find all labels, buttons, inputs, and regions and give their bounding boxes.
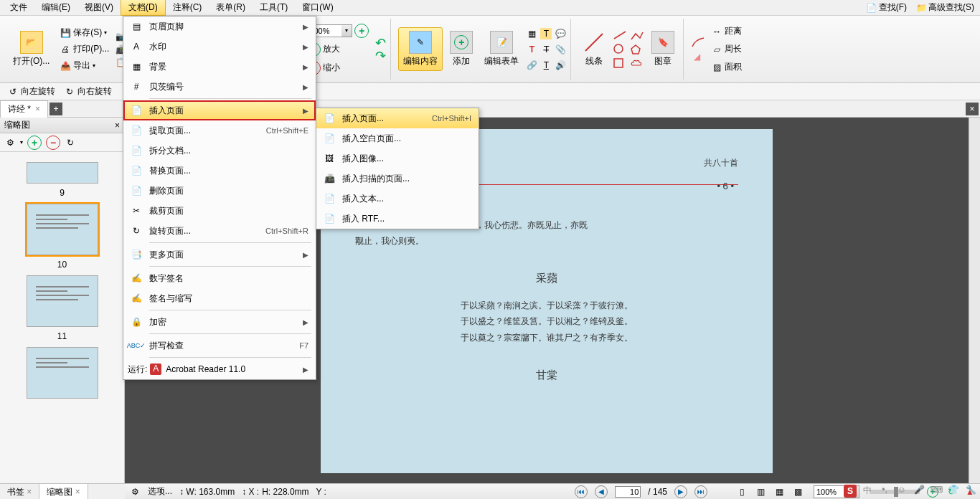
thumbnails-tab[interactable]: 缩略图 × [39, 484, 88, 499]
redo-icon[interactable]: ↷ [374, 50, 386, 62]
arrow-icon[interactable] [613, 30, 627, 40]
menu-background[interactable]: ▦背景▶ [123, 57, 316, 77]
menu-insert-pages[interactable]: 📄插入页面▶ [123, 100, 316, 120]
next-page-button[interactable]: ▶ [674, 485, 687, 498]
submenu-insert-text[interactable]: 📄插入文本... [316, 189, 479, 209]
undo-icon[interactable]: ↶ [374, 37, 386, 49]
pentagon-icon[interactable] [630, 44, 641, 55]
rotate-right-button[interactable]: ↻向右旋转 [61, 84, 115, 99]
underline-icon[interactable]: T [540, 60, 552, 71]
polyline-icon[interactable] [630, 31, 644, 41]
settings-icon[interactable]: 🔧 [964, 485, 977, 498]
options-label[interactable]: 选项... [148, 485, 172, 498]
thumb-zoom-in-icon[interactable]: + [27, 136, 42, 150]
menu-view[interactable]: 视图(V) [77, 0, 121, 15]
tab-close-icon[interactable]: × [35, 104, 40, 114]
circle-shape-icon[interactable] [613, 43, 624, 54]
menu-edit[interactable]: 编辑(E) [34, 0, 77, 15]
menu-crop-pages[interactable]: ✂裁剪页面 [123, 201, 316, 221]
square-shape-icon[interactable] [613, 57, 624, 69]
add-button[interactable]: + 添加 [446, 28, 477, 70]
edit-form-button[interactable]: 📝 编辑表单 [480, 28, 523, 70]
menu-run-acrobat[interactable]: 运行:AAcrobat Reader 11.0▶ [123, 359, 316, 379]
thumbnail[interactable] [27, 347, 98, 399]
note-icon[interactable]: 💬 [555, 28, 566, 39]
pencil-icon[interactable] [691, 37, 705, 48]
close-all-button[interactable]: × [966, 103, 979, 115]
chevron-down-icon[interactable]: ▾ [341, 25, 352, 37]
single-page-icon[interactable]: ▯ [736, 486, 748, 498]
menu-header-footer[interactable]: ▤页眉页脚▶ [123, 16, 316, 37]
highlight-icon[interactable]: T [540, 28, 552, 39]
ime-icon[interactable]: S [844, 485, 857, 498]
continuous-facing-icon[interactable]: ▩ [792, 486, 804, 498]
link-icon[interactable]: 🔗 [526, 60, 537, 71]
submenu-insert-pages[interactable]: 📄插入页面...Ctrl+Shift+I [316, 108, 479, 128]
menu-delete-pages[interactable]: 📄删除页面 [123, 181, 316, 201]
audio-icon[interactable]: 🔊 [555, 60, 566, 71]
document-tab[interactable]: 诗经 *× [0, 100, 48, 118]
save-button[interactable]: 💾保存(S)▾ [57, 25, 112, 40]
menu-spellcheck[interactable]: ABC✓拼写检查F7 [123, 336, 316, 356]
submenu-insert-scan[interactable]: 📠插入扫描的页面... [316, 168, 479, 189]
menu-watermark[interactable]: A水印▶ [123, 37, 316, 57]
close-panel-icon[interactable]: × [115, 120, 120, 130]
gear-icon[interactable]: ⚙ [4, 137, 16, 148]
first-page-button[interactable]: ⏮ [575, 485, 588, 498]
thumbnail[interactable] [27, 275, 98, 327]
punct-icon[interactable]: •, [878, 485, 891, 498]
menu-form[interactable]: 表单(R) [209, 0, 253, 15]
menu-window[interactable]: 窗口(W) [295, 0, 340, 15]
area-button[interactable]: ▨面积 [708, 60, 745, 75]
emoji-icon[interactable]: ☺ [895, 485, 908, 498]
menu-sign-initials[interactable]: ✍签名与缩写 [123, 288, 316, 308]
thumbnail[interactable] [27, 162, 98, 184]
find-button[interactable]: 📄查找(F) [863, 1, 910, 14]
export-button[interactable]: 📤导出▾ [57, 58, 112, 73]
continuous-icon[interactable]: ▥ [755, 486, 766, 498]
menu-digital-sign[interactable]: ✍数字签名 [123, 268, 316, 288]
edit-content-button[interactable]: ✎ 编辑内容 [398, 27, 443, 71]
menu-bates[interactable]: #贝茨编号▶ [123, 77, 316, 97]
menu-tool[interactable]: 工具(T) [253, 0, 295, 15]
submenu-insert-rtf[interactable]: 📄插入 RTF... [316, 209, 479, 229]
thumbnail[interactable] [27, 204, 98, 255]
skin-icon[interactable]: 👕 [947, 485, 960, 498]
lines-button[interactable]: 线条 [578, 28, 610, 70]
facing-icon[interactable]: ▦ [773, 486, 785, 498]
menu-replace-pages[interactable]: 📄替换页面... [123, 161, 316, 181]
keyboard-icon[interactable]: ⌨ [930, 485, 943, 498]
zoom-plus-icon[interactable]: + [354, 24, 369, 38]
lang-icon[interactable]: 中 [861, 485, 874, 498]
submenu-insert-image[interactable]: 🖼插入图像... [316, 148, 479, 168]
menu-rotate-pages[interactable]: ↻旋转页面...Ctrl+Shift+R [123, 221, 316, 241]
menu-encrypt[interactable]: 🔒加密▶ [123, 312, 316, 332]
menu-file[interactable]: 文件 [3, 0, 34, 15]
menu-extract-pages[interactable]: 📄提取页面...Ctrl+Shift+E [123, 120, 316, 141]
vertical-scrollbar[interactable] [969, 118, 980, 485]
strikethrough-icon[interactable]: T̶ [540, 44, 552, 55]
thumb-rotate-icon[interactable]: ↻ [65, 137, 76, 148]
perimeter-button[interactable]: ▱周长 [708, 42, 745, 57]
menu-comment[interactable]: 注释(C) [166, 0, 209, 15]
options-icon[interactable]: ⚙ [129, 486, 141, 498]
submenu-insert-blank[interactable]: 📄插入空白页面... [316, 128, 479, 148]
distance-button[interactable]: ↔距离 [708, 24, 745, 39]
stamp-button[interactable]: 🔖 图章 [647, 28, 679, 70]
print-button[interactable]: 🖨打印(P)... [57, 42, 112, 57]
thumb-zoom-out-icon[interactable]: − [46, 136, 60, 150]
menu-more-pages[interactable]: 📑更多页面▶ [123, 244, 316, 265]
cloud-icon[interactable] [630, 58, 643, 68]
select-icon[interactable]: ▦ [526, 28, 537, 39]
attach-icon[interactable]: 📎 [555, 44, 566, 55]
last-page-button[interactable]: ⏭ [694, 485, 707, 498]
open-button[interactable]: 📂 打开(O)... [9, 28, 54, 70]
page-input[interactable] [615, 486, 641, 498]
new-tab-button[interactable]: + [50, 103, 62, 115]
eraser-icon[interactable]: ◢ [691, 51, 702, 62]
rotate-left-button[interactable]: ↺向左旋转 [4, 84, 58, 99]
text-tool-icon[interactable]: T [526, 44, 537, 55]
prev-page-button[interactable]: ◀ [595, 485, 608, 498]
mic-icon[interactable]: 🎤 [913, 485, 925, 498]
menu-document[interactable]: 文档(D) [121, 0, 166, 16]
